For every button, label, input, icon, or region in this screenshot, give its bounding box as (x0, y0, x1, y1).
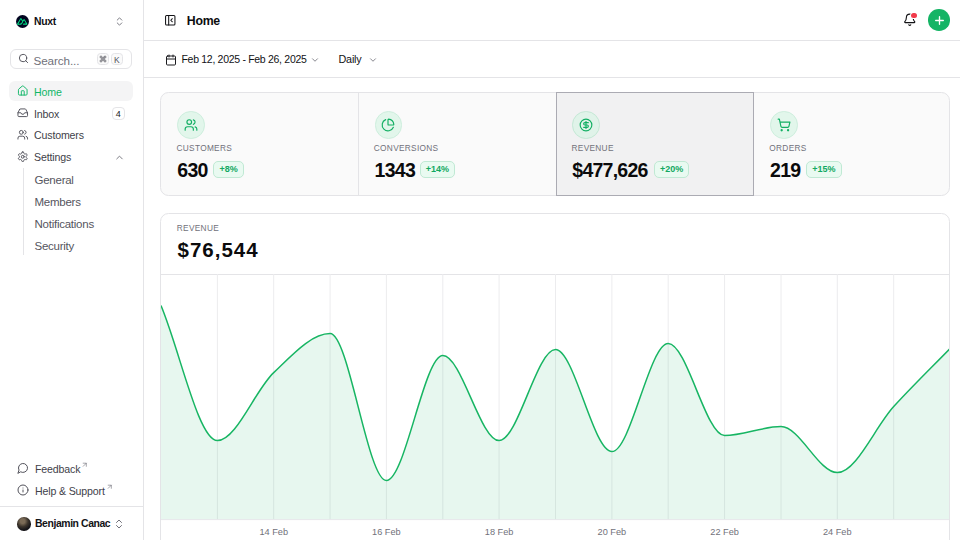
svg-text:24 Feb: 24 Feb (823, 527, 852, 537)
svg-text:22 Feb: 22 Feb (711, 527, 740, 537)
svg-text:18 Feb: 18 Feb (485, 527, 514, 537)
svg-text:16 Feb: 16 Feb (372, 527, 401, 537)
svg-text:20 Feb: 20 Feb (598, 527, 627, 537)
svg-text:14 Feb: 14 Feb (260, 527, 289, 537)
